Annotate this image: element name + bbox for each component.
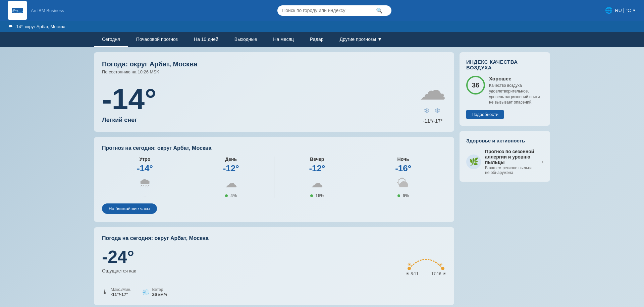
main-content: Погода: округ Арбат, Москва По состоянию…	[0, 47, 644, 307]
precip-dot-evening	[310, 194, 313, 197]
snowflake-icon: ❄ ❄	[424, 107, 442, 115]
current-weather-card: Погода: округ Арбат, Москва По состоянию…	[94, 52, 454, 132]
feels-like-temp: -24°	[102, 247, 136, 267]
current-description: Легкий снег	[102, 117, 156, 124]
nav-item-hourly[interactable]: Почасовой прогноз	[128, 32, 186, 47]
period-morning-precip: --	[144, 193, 147, 198]
forecast-evening: Вечер -12° ☁ 16%	[274, 157, 361, 198]
health-card: Здоровье и активность 🌿 Прогноз по сезон…	[460, 131, 550, 182]
stat-temp-value: -11°/-17°	[111, 292, 131, 297]
period-evening-icon: ☁	[311, 176, 323, 190]
sub-header: 🌨 -14° округ Арбат, Москва	[0, 21, 644, 32]
logo-box[interactable]: The Weather Channel	[8, 1, 27, 20]
current-location-badge: округ Арбат, Москва	[25, 24, 65, 29]
today-body: -24° Ощущается как ☀ ☀ ☀ 8:1	[102, 247, 446, 276]
aqi-title: ИНДЕКС КАЧЕСТВА ВОЗДУХА	[466, 59, 543, 70]
stat-wind-info: Ветер 26 км/ч	[152, 287, 167, 297]
aqi-status: Хорошее	[489, 76, 543, 81]
svg-text:☀: ☀	[407, 262, 412, 267]
weather-channel-logo-icon: The Weather Channel	[11, 8, 24, 13]
period-night-temp: -16°	[395, 163, 411, 174]
current-weather-header: Погода: округ Арбат, Москва По состоянию…	[102, 60, 446, 74]
period-afternoon-icon: ☁	[225, 176, 237, 190]
nav-item-10days[interactable]: На 10 дней	[186, 32, 226, 47]
current-temp-badge: -14°	[15, 24, 23, 29]
current-weather-info: Погода: округ Арбат, Москва По состоянию…	[102, 60, 197, 74]
search-input-wrap[interactable]: 🔍	[277, 5, 391, 16]
location-badge[interactable]: 🌨 -14° округ Арбат, Москва	[8, 24, 65, 29]
stat-wind-value: 26 км/ч	[152, 292, 167, 297]
period-morning-temp: -14°	[137, 163, 153, 174]
sunrise-sunset: ☀ 8:11 17:16 ☀	[406, 271, 446, 276]
sunrise-label: ☀ 8:11	[406, 271, 419, 276]
feels-like-area: -24° Ощущается как	[102, 247, 136, 273]
thermometer-icon: 🌡	[102, 289, 108, 296]
left-column: Погода: округ Арбат, Москва По состоянию…	[94, 52, 454, 305]
period-morning-icon: 🌨	[139, 176, 151, 190]
right-column: ИНДЕКС КАЧЕСТВА ВОЗДУХА 36 Хорошее Качес…	[460, 52, 550, 305]
temp-range: -11°/-17°	[423, 118, 443, 124]
nav-item-month[interactable]: На месяц	[265, 32, 302, 47]
today-weather-card: Погода на сегодня: округ Арбат, Москва -…	[94, 227, 454, 305]
period-evening-temp: -12°	[309, 163, 325, 174]
forecast-morning: Утро -14° 🌨 --	[102, 157, 188, 198]
current-temp-area: -14° Легкий снег	[102, 84, 156, 124]
unit-label: °C	[626, 8, 631, 13]
nav-item-today[interactable]: Сегодня	[94, 32, 128, 47]
sun-arc: ☀ ☀	[406, 247, 446, 270]
sunset-label: 17:16 ☀	[431, 271, 446, 276]
globe-icon: 🌐	[605, 7, 612, 14]
health-allergy-item[interactable]: 🌿 Прогноз по сезонной аллергии и уровню …	[466, 149, 543, 175]
svg-point-5	[441, 267, 444, 270]
period-night-icon: 🌥	[397, 176, 409, 190]
current-weather-body: -14° Легкий снег ☁ ❄ ❄ -11°/-17°	[102, 77, 446, 124]
nav-bar: Сегодня Почасовой прогноз На 10 дней Вых…	[0, 32, 644, 47]
stat-wind: 💨 Ветер 26 км/ч	[142, 287, 167, 297]
nearby-hours-button[interactable]: На ближайшие часы	[102, 203, 157, 214]
lang-unit[interactable]: RU | °C ▼	[615, 8, 636, 13]
period-evening-precip: 16%	[310, 193, 324, 198]
period-afternoon-temp: -12°	[223, 163, 239, 174]
stat-temp-range: 🌡 Макс./Мин. -11°/-17°	[102, 287, 131, 297]
aqi-details-button[interactable]: Подробности	[466, 110, 504, 119]
forecast-night: Ночь -16° 🌥 6%	[360, 157, 446, 198]
aqi-description: Качество воздуха удовлетворительное, уро…	[489, 83, 543, 105]
sun-arc-svg: ☀ ☀	[406, 247, 446, 270]
stat-temp-info: Макс./Мин. -11°/-17°	[111, 287, 131, 297]
period-night-precip: 6%	[397, 193, 409, 198]
search-button[interactable]: 🔍	[376, 7, 383, 14]
aqi-card: ИНДЕКС КАЧЕСТВА ВОЗДУХА 36 Хорошее Качес…	[460, 52, 550, 126]
health-title: Здоровье и активность	[466, 138, 543, 143]
wind-icon: 💨	[142, 289, 150, 296]
today-title: Погода на сегодня: округ Арбат, Москва	[102, 235, 446, 241]
search-bar: 🔍	[64, 5, 605, 16]
period-morning-label: Утро	[140, 157, 151, 162]
nav-item-weekend[interactable]: Выходные	[226, 32, 265, 47]
nav-item-radar[interactable]: Радар	[302, 32, 331, 47]
header-right: 🌐 RU | °C ▼	[605, 7, 636, 14]
lang-label: RU	[615, 8, 622, 13]
current-weather-title: Погода: округ Арбат, Москва	[102, 60, 197, 68]
forecast-title: Прогноз на сегодня: округ Арбат, Москва	[102, 145, 446, 151]
forecast-grid: Утро -14° 🌨 -- День -12° ☁ 4%	[102, 157, 446, 198]
svg-point-4	[408, 267, 411, 270]
today-footer: 🌡 Макс./Мин. -11°/-17° 💨 Ветер 26 км/ч	[102, 283, 446, 297]
svg-text:☀: ☀	[439, 262, 443, 267]
health-item-name: Прогноз по сезонной аллергии и уровню пы…	[485, 149, 538, 165]
health-item-sub: В вашем регионе пыльца не обнаружена	[485, 166, 538, 175]
aqi-info: Хорошее Качество воздуха удовлетворитель…	[489, 76, 543, 105]
logo-area: The Weather Channel An IBM Business	[8, 1, 64, 20]
aqi-circle: 36	[466, 76, 485, 95]
nav-item-other[interactable]: Другие прогнозы ▼	[332, 32, 390, 47]
stat-temp-label: Макс./Мин.	[111, 287, 131, 292]
precip-dot-night	[397, 194, 400, 197]
period-afternoon-label: День	[225, 157, 237, 162]
chevron-right-icon: ›	[542, 159, 543, 165]
unit-dropdown-icon[interactable]: ▼	[632, 8, 636, 12]
precip-dot-afternoon	[225, 194, 228, 197]
search-input[interactable]	[282, 8, 376, 13]
snow-icon: 🌨	[8, 24, 13, 29]
health-item-text: Прогноз по сезонной аллергии и уровню пы…	[485, 149, 538, 175]
current-temperature: -14°	[102, 84, 156, 114]
period-night-label: Ночь	[397, 157, 409, 162]
